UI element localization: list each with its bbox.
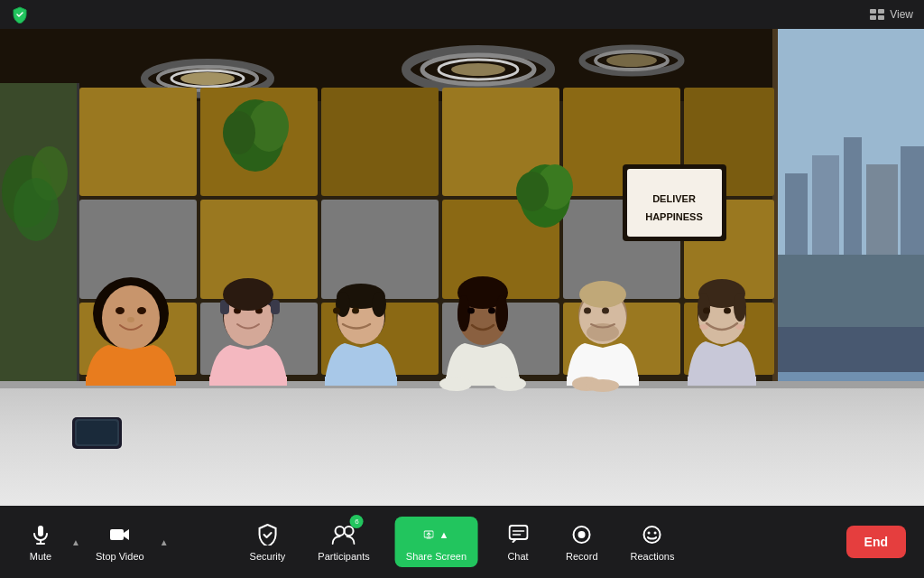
svg-rect-37 xyxy=(321,88,439,196)
svg-rect-2 xyxy=(870,15,876,20)
view-label: View xyxy=(890,8,913,21)
svg-point-113 xyxy=(587,379,619,392)
chat-button[interactable]: Chat xyxy=(495,517,541,567)
shield-icon xyxy=(11,5,29,23)
mute-caret[interactable]: ▲ xyxy=(67,524,85,560)
svg-rect-1 xyxy=(878,9,884,14)
participants-label: Participants xyxy=(318,551,369,562)
toolbar-right: End xyxy=(846,526,906,558)
toolbar: Mute ▲ Stop Video ▲ Security xyxy=(0,506,924,578)
svg-point-103 xyxy=(439,377,472,391)
stop-video-label: Stop Video xyxy=(96,551,144,562)
svg-point-16 xyxy=(606,54,657,67)
security-icon xyxy=(254,522,280,547)
svg-rect-43 xyxy=(321,200,439,299)
svg-point-93 xyxy=(352,308,359,314)
record-button[interactable]: Record xyxy=(559,517,605,567)
svg-rect-123 xyxy=(688,377,756,386)
svg-point-139 xyxy=(648,532,651,535)
svg-point-107 xyxy=(579,281,626,308)
svg-point-100 xyxy=(467,308,475,314)
svg-point-109 xyxy=(584,308,591,314)
svg-rect-33 xyxy=(776,327,924,372)
participants-count-badge: 6 xyxy=(350,515,364,528)
stop-video-button[interactable]: Stop Video xyxy=(88,517,152,567)
svg-point-137 xyxy=(578,531,586,538)
svg-rect-127 xyxy=(110,529,124,540)
share-screen-label: Share Screen xyxy=(406,551,467,562)
svg-point-9 xyxy=(180,72,235,85)
svg-point-20 xyxy=(14,178,59,241)
mute-label: Mute xyxy=(30,551,51,562)
record-label: Record xyxy=(566,551,597,562)
svg-rect-133 xyxy=(509,526,527,539)
svg-point-104 xyxy=(494,377,526,391)
top-bar-left xyxy=(11,5,29,23)
svg-point-140 xyxy=(654,532,657,535)
participants-icon: 6 xyxy=(331,522,356,547)
svg-point-110 xyxy=(602,308,609,314)
svg-point-85 xyxy=(223,278,273,311)
share-screen-button[interactable]: ▲ Share Screen xyxy=(395,517,477,567)
svg-rect-82 xyxy=(271,300,280,314)
camera-icon xyxy=(107,522,133,547)
svg-point-56 xyxy=(516,172,549,211)
svg-rect-124 xyxy=(38,526,43,536)
scene-background: DELIVER HAPPINESS xyxy=(0,29,924,506)
svg-text:HAPPINESS: HAPPINESS xyxy=(645,211,703,222)
svg-point-129 xyxy=(345,527,354,536)
reactions-label: Reactions xyxy=(631,551,675,562)
microphone-icon xyxy=(28,522,53,547)
chat-label: Chat xyxy=(507,551,528,562)
svg-point-117 xyxy=(698,293,710,322)
security-label: Security xyxy=(250,551,286,562)
reactions-icon xyxy=(640,522,665,547)
svg-point-98 xyxy=(457,295,470,331)
svg-rect-70 xyxy=(77,421,117,444)
video-area: DELIVER HAPPINESS xyxy=(0,29,924,506)
svg-rect-78 xyxy=(86,377,176,386)
svg-point-138 xyxy=(644,527,661,543)
svg-rect-67 xyxy=(0,388,924,506)
svg-rect-3 xyxy=(878,15,884,20)
svg-rect-86 xyxy=(209,377,287,386)
reactions-button[interactable]: Reactions xyxy=(624,517,682,567)
svg-point-118 xyxy=(734,293,746,322)
svg-text:DELIVER: DELIVER xyxy=(652,193,696,204)
mute-button[interactable]: Mute xyxy=(18,517,63,567)
end-button[interactable]: End xyxy=(846,526,906,558)
svg-rect-94 xyxy=(325,377,397,386)
svg-point-76 xyxy=(137,307,146,314)
top-bar-right[interactable]: View xyxy=(870,8,913,21)
svg-rect-32 xyxy=(776,255,924,327)
svg-point-120 xyxy=(724,308,731,314)
top-bar: View xyxy=(0,0,924,29)
svg-point-121 xyxy=(699,324,708,330)
svg-point-63 xyxy=(249,101,289,152)
svg-point-13 xyxy=(451,63,505,76)
svg-point-91 xyxy=(372,292,386,317)
share-screen-icon: ▲ xyxy=(423,522,448,547)
security-button[interactable]: Security xyxy=(243,517,293,567)
svg-point-122 xyxy=(735,324,744,330)
svg-point-99 xyxy=(495,295,508,331)
svg-rect-35 xyxy=(79,88,197,196)
view-grid-icon xyxy=(870,9,884,20)
svg-point-119 xyxy=(703,308,710,314)
toolbar-center: Security 6 Participants xyxy=(243,517,682,567)
stop-video-caret[interactable]: ▲ xyxy=(155,524,173,560)
svg-point-108 xyxy=(587,323,619,341)
svg-point-64 xyxy=(223,111,255,154)
svg-point-92 xyxy=(333,308,340,314)
chat-icon xyxy=(505,522,531,547)
record-icon xyxy=(569,522,595,547)
svg-point-77 xyxy=(127,317,134,322)
svg-point-101 xyxy=(488,308,495,314)
svg-rect-21 xyxy=(77,83,79,390)
svg-rect-0 xyxy=(870,9,876,14)
svg-point-128 xyxy=(336,527,345,536)
svg-point-75 xyxy=(116,307,125,314)
toolbar-left: Mute ▲ Stop Video ▲ xyxy=(18,517,173,567)
participants-button[interactable]: 6 Participants xyxy=(310,517,376,567)
